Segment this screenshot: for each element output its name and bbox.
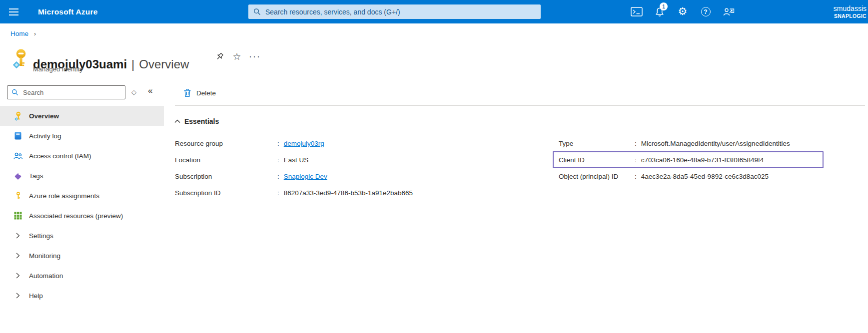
essentials-row-client-id: Client ID : c703ca06-160e-48a9-b731-83f0…	[559, 152, 840, 168]
hamburger-icon	[9, 8, 18, 15]
subscription-link[interactable]: Snaplogic Dev	[284, 173, 327, 180]
field-label: Location	[175, 156, 277, 164]
page-section: Overview	[139, 57, 189, 71]
collapse-icon: «	[148, 86, 152, 95]
grid-icon	[13, 211, 22, 221]
account-menu[interactable]: smudassis SNAPLOGIC	[815, 4, 867, 18]
breadcrumb-home-link[interactable]: Home	[10, 30, 28, 37]
notification-badge: 1	[660, 2, 668, 10]
type-value: Microsoft.ManagedIdentity/userAssignedId…	[641, 140, 790, 147]
subscription-id-value: 86207a33-3ed9-4786-b53b-1a91e2bab665	[284, 189, 413, 197]
collapse-sidebar-button[interactable]: «	[148, 86, 152, 96]
directory-person-icon	[723, 7, 735, 16]
help-button[interactable]: ?	[694, 0, 717, 23]
chevron-right-icon	[13, 251, 22, 261]
global-search-placeholder: Search resources, services, and docs (G+…	[265, 8, 400, 16]
star-icon: ☆	[232, 51, 241, 62]
more-options-button[interactable]: ···	[249, 50, 261, 62]
field-label: Subscription ID	[175, 189, 277, 197]
sidebar-item-associated-resources[interactable]: Associated resources (preview)	[0, 206, 164, 226]
chevron-right-icon	[13, 231, 22, 241]
field-label: Client ID	[559, 156, 635, 164]
notifications-button[interactable]: 1	[648, 0, 671, 23]
sidebar-item-label: Activity log	[29, 132, 61, 140]
essentials-left-column: Resource group : demojuly03rg Location :…	[175, 135, 545, 201]
essentials-row-type: Type : Microsoft.ManagedIdentity/userAss…	[559, 135, 840, 152]
pin-icon	[215, 52, 224, 61]
essentials-row-subscription: Subscription : Snaplogic Dev	[175, 168, 545, 185]
field-separator: :	[635, 156, 637, 164]
trash-icon	[183, 88, 191, 97]
essentials-row-resource-group: Resource group : demojuly03rg	[175, 135, 545, 152]
azure-brand-link[interactable]: Microsoft Azure	[38, 7, 98, 16]
access-control-icon	[13, 151, 22, 161]
chevron-right-icon	[13, 271, 22, 281]
cloud-shell-icon	[631, 7, 643, 16]
object-id-value: 4aec3e2a-8da5-45ed-9892-ce6c3d8ac025	[641, 173, 769, 180]
sidebar-item-access-control[interactable]: Access control (IAM)	[0, 146, 164, 166]
sidebar-item-tags[interactable]: Tags	[0, 166, 164, 186]
cloud-shell-button[interactable]	[625, 0, 648, 23]
field-separator: :	[277, 140, 279, 147]
sidebar-group-settings[interactable]: Settings	[0, 226, 164, 246]
essentials-row-location: Location : East US	[175, 152, 545, 168]
resource-type-subtitle: Managed Identity	[33, 65, 83, 73]
sidebar-item-label: Tags	[29, 172, 43, 180]
feedback-button[interactable]	[717, 0, 740, 23]
sidebar-item-label: Automation	[29, 272, 63, 280]
toolbar-divider	[175, 105, 865, 106]
essentials-toggle[interactable]: Essentials	[174, 117, 219, 125]
search-icon	[11, 89, 18, 96]
sidebar-group-help[interactable]: Help	[0, 286, 164, 306]
account-directory: SNAPLOGIC	[815, 13, 867, 19]
essentials-header-label: Essentials	[184, 117, 219, 125]
sidebar-item-overview[interactable]: Overview	[0, 106, 164, 126]
field-separator: :	[635, 140, 637, 147]
global-search-input[interactable]: Search resources, services, and docs (G+…	[248, 4, 541, 19]
title-divider: |	[131, 57, 134, 71]
field-label: Resource group	[175, 140, 277, 147]
essentials-row-subscription-id: Subscription ID : 86207a33-3ed9-4786-b53…	[175, 185, 545, 201]
managed-identity-icon	[11, 48, 30, 70]
topbar-actions: 1 ⚙ ? smudassis SNAPLOGIC	[625, 0, 867, 23]
settings-button[interactable]: ⚙	[671, 0, 694, 23]
location-value: East US	[284, 156, 309, 164]
chevron-up-icon	[174, 119, 180, 123]
sidebar-search-box[interactable]	[7, 85, 125, 99]
menu-view-toggle[interactable]: ◇	[131, 88, 136, 96]
gear-icon: ⚙	[678, 6, 688, 17]
diamond-icon: ◇	[131, 88, 136, 96]
favorite-button[interactable]: ☆	[231, 50, 243, 62]
hamburger-menu-button[interactable]	[0, 0, 27, 23]
sidebar-item-label: Monitoring	[29, 252, 60, 260]
breadcrumb-separator: ›	[34, 30, 36, 37]
tag-icon	[13, 171, 22, 181]
resource-group-link[interactable]: demojuly03rg	[284, 140, 324, 147]
field-label: Object (principal) ID	[559, 173, 635, 180]
sidebar-item-label: Azure role assignments	[29, 192, 99, 200]
sidebar-item-label: Overview	[29, 112, 59, 120]
sidebar-menu: Overview Activity log Access control (IA…	[0, 106, 164, 306]
essentials-right-column: Type : Microsoft.ManagedIdentity/userAss…	[559, 135, 840, 185]
sidebar-item-activity-log[interactable]: Activity log	[0, 126, 164, 146]
pin-button[interactable]	[213, 50, 225, 62]
sidebar-item-azure-role-assignments[interactable]: Azure role assignments	[0, 186, 164, 206]
breadcrumb: Home ›	[10, 30, 36, 37]
more-icon: ···	[249, 51, 261, 62]
sidebar-search-input[interactable]	[22, 88, 121, 97]
sidebar-group-monitoring[interactable]: Monitoring	[0, 246, 164, 266]
sidebar-item-label: Help	[29, 292, 43, 300]
sidebar-item-label: Settings	[29, 232, 53, 240]
field-label: Subscription	[175, 173, 277, 180]
delete-button[interactable]: Delete	[183, 86, 216, 99]
delete-button-label: Delete	[196, 89, 216, 97]
field-separator: :	[277, 173, 279, 180]
topbar: Microsoft Azure Search resources, servic…	[0, 0, 868, 23]
field-separator: :	[277, 189, 279, 197]
client-id-value: c703ca06-160e-48a9-b731-83f0f65849f4	[641, 156, 764, 164]
help-icon: ?	[701, 7, 711, 16]
essentials-row-object-id: Object (principal) ID : 4aec3e2a-8da5-45…	[559, 168, 840, 185]
field-label: Type	[559, 140, 635, 147]
sidebar-group-automation[interactable]: Automation	[0, 266, 164, 286]
managed-identity-icon	[13, 111, 22, 121]
